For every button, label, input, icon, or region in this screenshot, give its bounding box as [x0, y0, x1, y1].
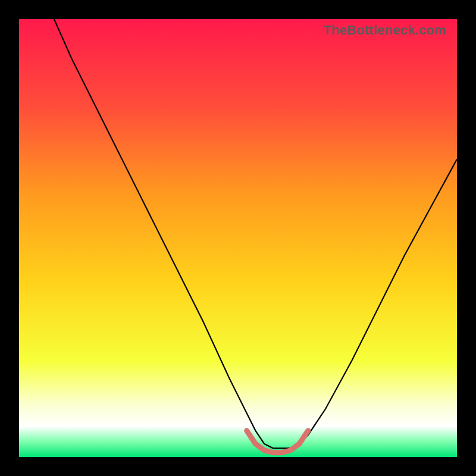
chart-frame: TheBottleneck.com: [19, 19, 457, 457]
watermark: TheBottleneck.com: [324, 23, 446, 38]
chart-svg: [19, 19, 457, 457]
